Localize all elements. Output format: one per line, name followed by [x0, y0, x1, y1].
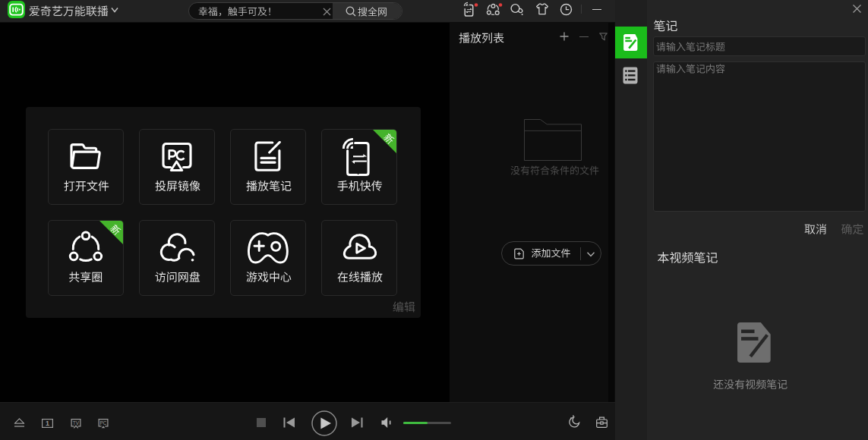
svg-text:1: 1 — [46, 420, 49, 427]
svg-text:TV: TV — [73, 420, 80, 426]
svg-text:PC: PC — [99, 420, 106, 426]
